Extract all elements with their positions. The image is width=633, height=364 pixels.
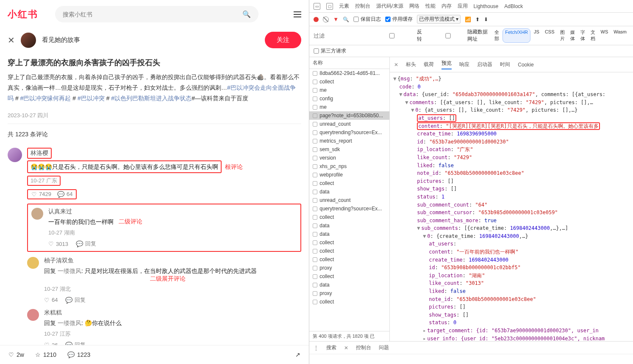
resource-type-全部[interactable]: 全部 bbox=[492, 28, 501, 43]
request-row[interactable]: me bbox=[309, 103, 389, 111]
request-row[interactable]: config bbox=[309, 94, 389, 103]
search-icon[interactable]: 🔍 bbox=[242, 10, 251, 18]
request-row[interactable]: unread_count bbox=[309, 196, 389, 204]
request-row[interactable]: version bbox=[309, 154, 389, 162]
preview-tab-timing[interactable]: 时间 bbox=[500, 61, 510, 68]
reply-button[interactable]: 💬回复 bbox=[76, 240, 96, 248]
author-name[interactable]: 看见她的故事 bbox=[42, 36, 80, 44]
wifi-icon[interactable]: 📶 bbox=[465, 17, 471, 22]
avatar[interactable] bbox=[27, 257, 39, 269]
request-row[interactable]: collect bbox=[309, 179, 389, 188]
tab-adblock[interactable]: AdBlock bbox=[504, 3, 523, 9]
tab-elements[interactable]: 元素 bbox=[339, 3, 349, 10]
request-row[interactable]: data bbox=[309, 281, 389, 289]
resource-type-Fetch/XHR[interactable]: Fetch/XHR bbox=[503, 28, 530, 43]
tab-sources[interactable]: 源代码/来源 bbox=[376, 3, 403, 10]
star-total[interactable]: ☆1210 bbox=[35, 351, 56, 358]
record-icon[interactable] bbox=[314, 17, 319, 22]
resource-type-图片[interactable]: 图片 bbox=[558, 28, 567, 43]
reply-button[interactable]: 💬回复 bbox=[65, 341, 86, 345]
tab-memory[interactable]: 内存 bbox=[441, 3, 452, 10]
preview-tab-response[interactable]: 响应 bbox=[459, 61, 469, 68]
reply-count[interactable]: 💬64 bbox=[57, 191, 72, 198]
request-row[interactable]: collect bbox=[309, 298, 389, 306]
request-row[interactable]: xhs_pc_nps bbox=[309, 162, 389, 171]
resource-type-文档[interactable]: 文档 bbox=[589, 28, 597, 43]
hashtag[interactable]: #巴以冲突缘何再起 bbox=[20, 95, 71, 102]
request-row[interactable]: webprofile bbox=[309, 171, 389, 179]
resource-type-CSS[interactable]: CSS bbox=[543, 28, 557, 43]
like-button[interactable]: ♡3013 bbox=[48, 240, 68, 247]
tab-performance[interactable]: 性能 bbox=[425, 3, 436, 10]
comment-total[interactable]: 💬1223 bbox=[67, 351, 90, 358]
preview-tab-headers[interactable]: 标头 bbox=[406, 61, 416, 68]
disable-cache-checkbox[interactable]: 停用缓存 bbox=[385, 16, 413, 23]
tab-application[interactable]: 应用 bbox=[458, 3, 468, 10]
commenter-name[interactable]: 林洛樱 bbox=[27, 148, 301, 159]
preview-tab-initiator[interactable]: 启动器 bbox=[477, 61, 492, 68]
close-preview-icon[interactable]: ✕ bbox=[394, 62, 398, 68]
request-row[interactable]: unread_count bbox=[309, 120, 389, 128]
share-icon[interactable]: ↗ bbox=[295, 351, 300, 358]
download-icon[interactable]: ⬇ bbox=[484, 17, 488, 22]
invert-checkbox[interactable]: 反转 bbox=[369, 28, 426, 43]
hashtag[interactable]: #巴以冲突 bbox=[78, 95, 105, 102]
request-row[interactable]: metrics_report bbox=[309, 137, 389, 145]
request-row[interactable]: data bbox=[309, 221, 389, 230]
request-row[interactable]: 8dba5662-29d1-4d65-81... bbox=[309, 69, 389, 77]
follow-button[interactable]: 关注 bbox=[265, 32, 301, 48]
app-logo[interactable]: 小红书 bbox=[8, 8, 38, 21]
resource-type-WS[interactable]: WS bbox=[599, 28, 611, 43]
resource-type-Wasm[interactable]: Wasm bbox=[611, 28, 629, 43]
request-row[interactable]: me bbox=[309, 86, 389, 94]
search-input[interactable] bbox=[63, 11, 237, 18]
request-row[interactable]: querytrending?source=Ex... bbox=[309, 128, 389, 137]
device-icon[interactable]: ▢ bbox=[326, 3, 333, 10]
filter-input[interactable] bbox=[314, 33, 364, 39]
tab-console[interactable]: 控制台 bbox=[355, 3, 370, 10]
request-row[interactable]: collect bbox=[309, 213, 389, 221]
drawer-tab-console[interactable]: 控制台 bbox=[356, 344, 371, 351]
like-button[interactable]: ♡7429 bbox=[31, 191, 51, 198]
search-box[interactable]: 🔍 bbox=[55, 6, 258, 22]
request-row[interactable]: querytrending?source=Ex... bbox=[309, 204, 389, 213]
third-party-checkbox[interactable]: 第三方请求 bbox=[314, 47, 629, 55]
like-total[interactable]: ♡2w bbox=[8, 351, 24, 358]
close-search-icon[interactable]: ✕ bbox=[344, 345, 348, 351]
json-tree[interactable]: ▼{msg: "成功",…}code: 0▼data: {user_id: "6… bbox=[390, 72, 633, 341]
drawer-tab-search[interactable]: 搜索 bbox=[326, 344, 336, 351]
request-row[interactable]: collect bbox=[309, 272, 389, 281]
tab-network[interactable]: 网络 bbox=[409, 3, 419, 10]
request-row[interactable]: collect bbox=[309, 255, 389, 264]
avatar[interactable] bbox=[8, 148, 22, 162]
reply-button[interactable]: 💬回复 bbox=[65, 296, 86, 304]
hashtag[interactable]: #以色列巴勒斯坦进入战争状态 bbox=[111, 95, 192, 102]
request-name-header[interactable]: 名称 bbox=[309, 57, 389, 69]
commenter-name[interactable]: 认真来过 bbox=[48, 208, 72, 215]
preview-tab-preview[interactable]: 预览 bbox=[441, 60, 452, 69]
resource-type-媒体[interactable]: 媒体 bbox=[568, 28, 577, 43]
avatar[interactable] bbox=[27, 309, 39, 321]
upload-icon[interactable]: ⬆ bbox=[475, 17, 480, 22]
close-icon[interactable]: ✕ bbox=[8, 35, 15, 45]
throttle-select[interactable]: 已停用节流模式 ▾ bbox=[417, 15, 461, 24]
request-row[interactable]: collect bbox=[309, 238, 389, 247]
resource-type-JS[interactable]: JS bbox=[532, 28, 541, 43]
preserve-log-checkbox[interactable]: 保留日志 bbox=[353, 16, 381, 23]
like-button[interactable]: ♡64 bbox=[44, 297, 58, 303]
inspect-icon[interactable]: ▭ bbox=[314, 3, 320, 10]
preview-tab-cookies[interactable]: Cookie bbox=[518, 62, 533, 68]
like-button[interactable]: ♡26 bbox=[44, 342, 58, 345]
request-row[interactable]: proxy bbox=[309, 289, 389, 298]
clear-icon[interactable] bbox=[323, 17, 329, 22]
resource-type-字体[interactable]: 字体 bbox=[578, 28, 587, 43]
request-row[interactable]: proxy bbox=[309, 264, 389, 272]
request-row[interactable]: data bbox=[309, 230, 389, 238]
search-icon[interactable]: 🔍 bbox=[343, 17, 349, 22]
drawer-tab-issues[interactable]: 问题 bbox=[379, 344, 389, 351]
avatar[interactable] bbox=[31, 208, 43, 220]
request-row[interactable]: collect bbox=[309, 77, 389, 86]
filter-icon[interactable]: ▼ bbox=[333, 16, 339, 22]
menu-icon[interactable] bbox=[294, 11, 301, 17]
tab-lighthouse[interactable]: Lighthouse bbox=[474, 3, 499, 9]
